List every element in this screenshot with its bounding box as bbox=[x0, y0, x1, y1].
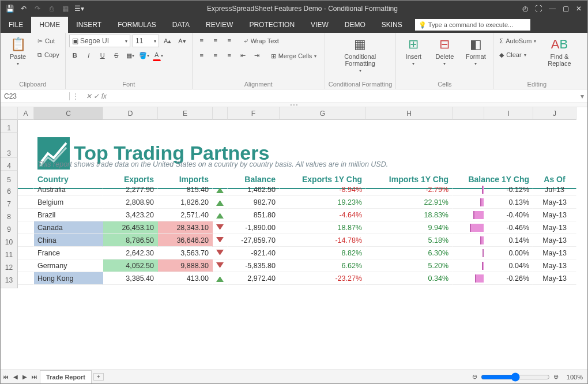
zoom-out-icon[interactable]: ⊖ bbox=[469, 373, 481, 381]
cell-exports[interactable]: 8,786.50 bbox=[103, 234, 158, 247]
cell[interactable] bbox=[18, 158, 34, 171]
cell[interactable]: May-13 bbox=[533, 247, 576, 259]
align-right-icon[interactable]: ≡ bbox=[224, 50, 235, 61]
cell[interactable] bbox=[213, 272, 228, 285]
cell[interactable]: -0.26% bbox=[484, 272, 533, 285]
cell[interactable] bbox=[103, 120, 158, 133]
ribbon-toggle-icon[interactable]: ⛶ bbox=[535, 5, 542, 13]
tab-home[interactable]: HOME bbox=[31, 17, 68, 33]
cell[interactable] bbox=[18, 145, 34, 158]
zoom-slider[interactable] bbox=[481, 372, 550, 382]
cell-imports[interactable]: 28,343.10 bbox=[158, 221, 213, 234]
fill-color-button[interactable]: 🪣 bbox=[138, 50, 150, 61]
copy-button[interactable]: ⧉ Copy bbox=[35, 48, 62, 61]
cell-country[interactable]: Belgium bbox=[34, 196, 103, 209]
tab-insert[interactable]: INSERT bbox=[68, 17, 110, 33]
cell[interactable] bbox=[453, 183, 484, 196]
minimize-icon[interactable]: — bbox=[549, 5, 556, 13]
cell[interactable] bbox=[280, 120, 366, 133]
tab-file[interactable]: FILE bbox=[1, 17, 31, 33]
cell-country[interactable]: Brazil bbox=[34, 209, 103, 221]
col-header[interactable]: J bbox=[533, 107, 576, 120]
close-icon[interactable]: ✕ bbox=[576, 5, 582, 13]
wrap-text-button[interactable]: ⤶ Wrap Text bbox=[241, 35, 281, 47]
cell[interactable]: -8.94% bbox=[280, 183, 366, 196]
cell[interactable] bbox=[366, 145, 453, 158]
cell[interactable]: 982.70 bbox=[228, 196, 280, 209]
col-header[interactable]: D bbox=[103, 107, 158, 120]
cell[interactable] bbox=[34, 145, 103, 158]
cell[interactable] bbox=[453, 209, 484, 221]
cell[interactable] bbox=[18, 247, 34, 259]
row-header[interactable]: 13 bbox=[1, 272, 18, 288]
cell-imports[interactable]: 815.40 bbox=[158, 183, 213, 196]
cell-country[interactable]: China bbox=[34, 234, 103, 247]
cell[interactable] bbox=[453, 247, 484, 259]
cell-country[interactable]: Germany bbox=[34, 259, 103, 272]
cell[interactable] bbox=[453, 196, 484, 209]
cell[interactable] bbox=[18, 234, 34, 247]
tab-protection[interactable]: PROTECTION bbox=[241, 17, 303, 33]
cell[interactable]: May-13 bbox=[533, 221, 576, 234]
nav-prev-icon[interactable]: ◀ bbox=[11, 374, 20, 380]
cell-exports[interactable]: 3,385.40 bbox=[103, 272, 158, 285]
print-icon[interactable]: ⎙ bbox=[47, 5, 56, 13]
maximize-icon[interactable]: ▢ bbox=[563, 5, 569, 13]
row-header[interactable]: 3 bbox=[1, 145, 18, 158]
cell[interactable]: 0.04% bbox=[484, 259, 533, 272]
cell[interactable] bbox=[453, 221, 484, 234]
cell-exports[interactable]: 2,808.90 bbox=[103, 196, 158, 209]
redo-icon[interactable]: ↷ bbox=[33, 5, 42, 13]
cell[interactable]: May-13 bbox=[533, 272, 576, 285]
border-button[interactable]: ▦ bbox=[125, 50, 136, 61]
cell[interactable]: 6.62% bbox=[280, 259, 366, 272]
tab-formulas[interactable]: FORMULAS bbox=[110, 17, 164, 33]
cell[interactable] bbox=[18, 183, 34, 196]
cell[interactable]: -5,835.80 bbox=[228, 259, 280, 272]
insert-button[interactable]: ⊞Insert bbox=[399, 35, 427, 66]
cell[interactable] bbox=[453, 259, 484, 272]
cell[interactable]: 22.91% bbox=[366, 196, 453, 209]
help-icon[interactable]: ◴ bbox=[522, 5, 528, 13]
cell[interactable]: May-13 bbox=[533, 259, 576, 272]
format-button[interactable]: ◧Format bbox=[462, 35, 489, 66]
cell-exports[interactable]: 26,453.10 bbox=[103, 221, 158, 234]
cell[interactable] bbox=[18, 120, 34, 133]
cell-imports[interactable]: 1,826.20 bbox=[158, 196, 213, 209]
cell[interactable] bbox=[280, 145, 366, 158]
cell[interactable]: -921.40 bbox=[228, 247, 280, 259]
cell[interactable]: 0.14% bbox=[484, 234, 533, 247]
col-header[interactable]: E bbox=[158, 107, 213, 120]
col-header[interactable]: F bbox=[228, 107, 280, 120]
cell[interactable]: -14.78% bbox=[280, 234, 366, 247]
paste-button[interactable]: 📋Paste bbox=[4, 35, 32, 66]
cell[interactable]: Jul-13 bbox=[533, 183, 576, 196]
cell[interactable] bbox=[533, 120, 576, 133]
cell-country[interactable]: Australia bbox=[34, 183, 103, 196]
col-header[interactable]: I bbox=[484, 107, 533, 120]
cell[interactable] bbox=[484, 145, 533, 158]
font-name-combo[interactable]: ▣ Segoe UI▾ bbox=[69, 35, 130, 47]
cell[interactable]: 0.00% bbox=[484, 247, 533, 259]
italic-button[interactable]: I bbox=[83, 50, 95, 61]
nav-last-icon[interactable]: ⏭ bbox=[29, 374, 40, 380]
name-box[interactable]: C23 bbox=[1, 92, 70, 100]
cell-imports[interactable]: 9,888.30 bbox=[158, 259, 213, 272]
cell[interactable]: May-13 bbox=[533, 209, 576, 221]
col-header[interactable] bbox=[213, 107, 228, 120]
cell[interactable] bbox=[213, 120, 228, 133]
font-size-combo[interactable]: 11▾ bbox=[133, 35, 159, 47]
cell[interactable] bbox=[34, 120, 103, 133]
undo-icon[interactable]: ↶ bbox=[19, 5, 28, 13]
cond-format-button[interactable]: ▦Conditional Formatting bbox=[329, 35, 392, 73]
cell-imports[interactable]: 3,563.70 bbox=[158, 247, 213, 259]
cell[interactable] bbox=[213, 259, 228, 272]
cell-exports[interactable]: 4,052.50 bbox=[103, 259, 158, 272]
cell-country[interactable]: Canada bbox=[34, 221, 103, 234]
col-header[interactable]: H bbox=[366, 107, 453, 120]
cell[interactable] bbox=[366, 120, 453, 133]
cell[interactable]: 8.82% bbox=[280, 247, 366, 259]
nav-next-icon[interactable]: ▶ bbox=[20, 374, 29, 380]
cell[interactable]: 1,462.50 bbox=[228, 183, 280, 196]
cell[interactable] bbox=[453, 234, 484, 247]
